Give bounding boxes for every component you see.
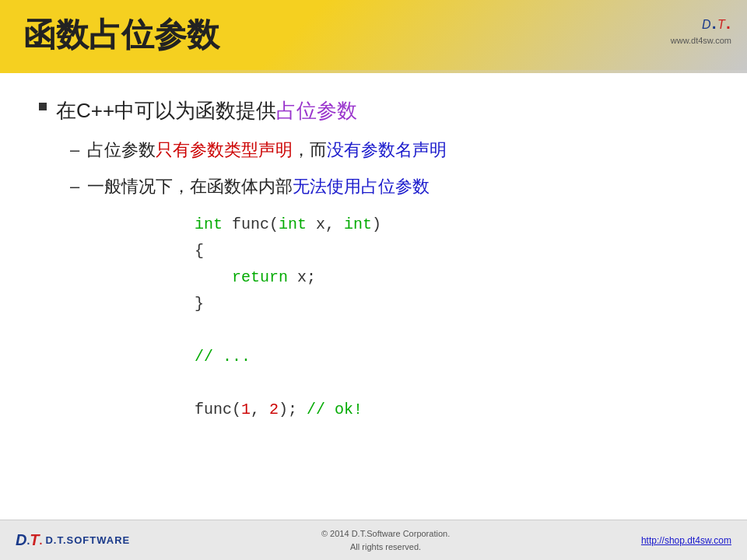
bullet-square-icon [39, 103, 47, 110]
code-line-5 [195, 317, 708, 344]
code-line-1: int func(int x, int) [195, 212, 708, 238]
sub-dash-2: – [70, 177, 79, 197]
sub-bullet-1: – 占位参数只有参数类型声明，而没有参数名声明 [70, 138, 708, 163]
logo-www: www.dt4sw.com [671, 36, 731, 45]
logo-dot2: . [725, 8, 731, 33]
footer: D.T.D.T.SOFTWARE © 2014 D.T.Software Cor… [0, 520, 747, 560]
footer-logo-t: T [30, 531, 39, 549]
sub-bullet-2-text: 一般情况下，在函数体内部无法使用占位参数 [87, 175, 430, 199]
slide-title: 函数占位参数 [23, 13, 219, 57]
footer-logo-dot2: . [40, 534, 43, 547]
main-bullet-text: 在C++中可以为函数提供占位参数 [56, 96, 357, 124]
header: 函数占位参数 D.T. www.dt4sw.com [0, 0, 747, 70]
code-line-8: func(1, 2); // ok! [195, 397, 708, 423]
code-line-6: // ... [195, 344, 708, 370]
logo-d: D [702, 18, 711, 31]
footer-website[interactable]: http://shop.dt4sw.com [641, 535, 731, 546]
footer-software-label: D.T.SOFTWARE [45, 534, 130, 546]
sub-highlight-blue-1: 没有参数名声明 [327, 140, 447, 159]
sub-bullet-1-text: 占位参数只有参数类型声明，而没有参数名声明 [87, 138, 447, 163]
logo-t: T [717, 18, 725, 31]
sub-highlight-blue-2: 无法使用占位参数 [293, 177, 430, 196]
copyright-line2: All rights reserved. [321, 541, 450, 554]
main-bullet: 在C++中可以为函数提供占位参数 [39, 96, 708, 124]
sub-bullet-2: – 一般情况下，在函数体内部无法使用占位参数 [70, 175, 708, 199]
sub-highlight-red-1: 只有参数类型声明 [156, 140, 293, 159]
logo-dot1: . [711, 8, 717, 33]
code-line-3: return x; [195, 264, 708, 291]
code-line-2: { [195, 238, 708, 264]
sub-dash-1: – [70, 140, 79, 160]
footer-logo: D.T.D.T.SOFTWARE [16, 531, 130, 549]
content-area: 在C++中可以为函数提供占位参数 – 占位参数只有参数类型声明，而没有参数名声明… [0, 73, 747, 520]
code-line-7 [195, 370, 708, 397]
footer-logo-d: D [16, 531, 26, 549]
code-line-4: } [195, 291, 708, 317]
logo-area: D.T. www.dt4sw.com [671, 8, 731, 45]
code-block: int func(int x, int) { return x; } // ..… [195, 212, 708, 423]
highlight-placeholder: 占位参数 [276, 99, 357, 122]
footer-copyright: © 2014 D.T.Software Corporation. All rig… [321, 527, 450, 553]
logo: D.T. [702, 8, 731, 34]
slide: 函数占位参数 D.T. www.dt4sw.com 在C++中可以为函数提供占位… [0, 0, 747, 560]
copyright-line1: © 2014 D.T.Software Corporation. [321, 527, 450, 541]
